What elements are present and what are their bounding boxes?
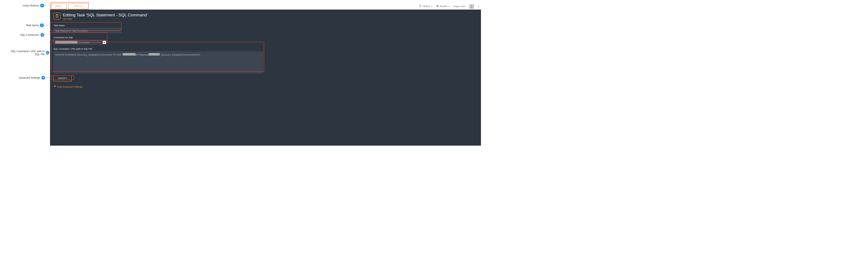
callout: Task Name 1 [26, 24, 50, 27]
redacted-text [55, 41, 78, 43]
task-icon [54, 13, 60, 20]
sql-command-group: SQL Command / UNC path to SQL File BACKU… [54, 47, 263, 81]
admin-label: ADMIN [440, 5, 447, 8]
callout-badge: 4 [41, 76, 45, 79]
clipboard-icon [419, 5, 422, 8]
callout-badge: 5 [40, 4, 44, 7]
advanced-settings-label: Hide Advanced Settings [57, 86, 83, 88]
panel-header: Editing Task 'SQL Statement - SQL Comman… [54, 13, 477, 20]
connection-group: Connection for SQL Connection ▼ [54, 36, 477, 45]
callout: SQL Connection 2 [21, 33, 50, 37]
sql-text-prefix: BACKUP DATABASE Discovery_IntegratedComm… [55, 53, 123, 56]
top-nav: TASKS ▼ ADMIN ▼ Super User ▼ [419, 4, 481, 9]
page-title: Editing Task 'SQL Statement - SQL Comman… [63, 13, 147, 17]
save-button[interactable]: SAVE [50, 3, 67, 9]
connector-line [45, 5, 50, 6]
globe-icon [436, 5, 439, 8]
connection-suffix: Connection [79, 41, 90, 44]
connection-value: Connection [54, 40, 102, 45]
sql-text-mid: \APSBackup\ [135, 53, 149, 56]
callout: Advanced Settings 4 [19, 76, 50, 79]
admin-menu[interactable]: ADMIN ▼ [436, 5, 450, 8]
callout: Action Buttons 5 [22, 4, 50, 7]
redacted-text [149, 53, 160, 56]
callout-label: Action Buttons [22, 4, 39, 7]
sql-command-label: SQL Command / UNC path to SQL File [54, 47, 263, 50]
callout-label: Advanced Settings [19, 76, 40, 79]
sql-command-input[interactable]: BACKUP DATABASE Discovery_IntegratedComm… [54, 51, 263, 73]
callout-badge: 1 [40, 24, 43, 27]
user-label: Super User [454, 5, 466, 8]
main-panel: Editing Task 'SQL Statement - SQL Comman… [50, 9, 480, 145]
task-name-group: Task Name [54, 24, 477, 33]
svg-point-3 [471, 5, 472, 6]
sql-text-suffix: _Discovery_IntegratedCommonViewFull'; [160, 53, 200, 56]
task-name-input[interactable] [54, 28, 121, 33]
connector-line [46, 77, 50, 78]
callout-label: SQL Connection [21, 33, 39, 36]
chevron-down-icon: ▼ [448, 5, 450, 7]
callout-label: Task Name [26, 24, 39, 27]
gear-icon [54, 85, 56, 88]
callout: SQL Command / UNC path to SQL File 3 [9, 50, 50, 56]
action-buttons: SAVE CANCEL [50, 3, 88, 9]
redacted-text [123, 53, 135, 56]
breadcrumb[interactable]: CM Tests [63, 18, 147, 20]
callout-label: SQL Command / UNC path to SQL File [9, 50, 45, 56]
chevron-down-icon: ▼ [431, 5, 433, 7]
connector-line [45, 35, 50, 35]
avatar[interactable] [469, 4, 474, 9]
verify-button[interactable]: VERIFY [54, 75, 71, 81]
chevron-down-icon: ▼ [477, 5, 479, 7]
task-name-label: Task Name [54, 24, 477, 27]
connector-line [44, 25, 50, 25]
hide-advanced-settings-link[interactable]: Hide Advanced Settings [54, 85, 477, 88]
tasks-menu[interactable]: TASKS ▼ [419, 5, 433, 8]
callout-badge: 2 [40, 33, 44, 37]
dropdown-button[interactable]: ▼ [102, 41, 106, 44]
connection-label: Connection for SQL [54, 36, 477, 39]
connection-select[interactable]: Connection ▼ [54, 40, 106, 45]
tasks-label: TASKS [422, 5, 430, 8]
cancel-button[interactable]: CANCEL [68, 3, 89, 9]
callout-badge: 3 [46, 51, 49, 55]
